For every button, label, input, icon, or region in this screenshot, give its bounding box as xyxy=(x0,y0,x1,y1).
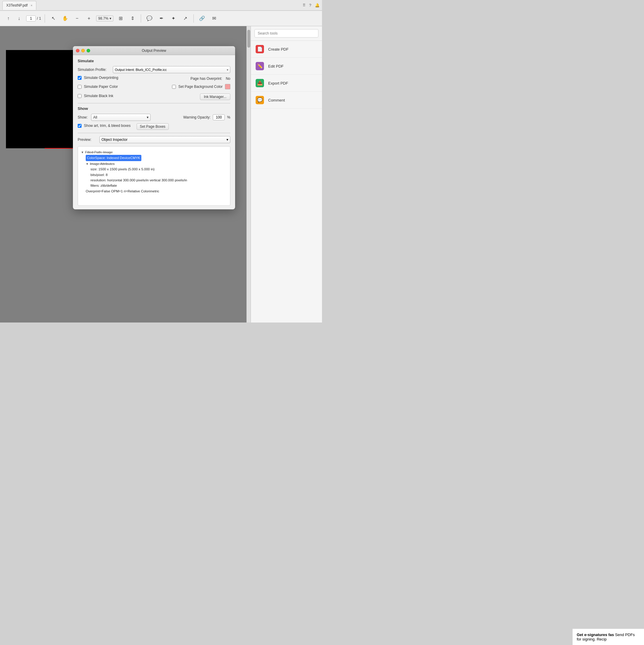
export-pdf-label: Export PDF xyxy=(268,81,288,85)
fit-page-button[interactable]: ⊞ xyxy=(116,14,125,23)
filled-path-triangle: ▼ xyxy=(81,150,84,155)
scrollbar-thumb[interactable] xyxy=(247,30,250,48)
simulate-section-label: Simulate xyxy=(78,59,230,63)
dialog-body: Simulate Simulation Profile: Output Inte… xyxy=(73,55,235,209)
export-pdf-item[interactable]: 📤 Export PDF xyxy=(251,75,322,92)
create-pdf-item[interactable]: 📄 Create PDF xyxy=(251,41,322,58)
comment-tool-icon: 💬 xyxy=(146,15,152,21)
mail-tool-button[interactable]: ✉ xyxy=(209,14,219,23)
zoom-out-button[interactable]: − xyxy=(72,14,82,23)
ink-manager-button[interactable]: Ink Manager... xyxy=(200,93,230,100)
simulate-overprinting-label: Simulate Overprinting xyxy=(84,76,118,80)
simulate-black-ink-checkbox[interactable] xyxy=(78,94,81,98)
edit-pdf-icon: ✏️ xyxy=(256,62,264,70)
size-row: size: 1500 x 1500 pixels (5.000 x 5.000 … xyxy=(90,167,227,172)
bits-row: bits/pixel: 8 xyxy=(90,172,227,178)
pen-tool-button[interactable]: ✒ xyxy=(156,14,166,23)
simulate-overprinting-checkbox[interactable] xyxy=(78,76,81,80)
zoom-in-button[interactable]: + xyxy=(84,14,94,23)
scroll-mode-button[interactable]: ⇕ xyxy=(128,14,137,23)
arrow-tool-icon: ↖ xyxy=(51,15,55,21)
vertical-scrollbar[interactable] xyxy=(246,26,251,322)
maximize-window-button[interactable] xyxy=(87,49,90,52)
comment-tool-button[interactable]: 💬 xyxy=(144,14,154,23)
simulate-black-ink-checkbox-row: Simulate Black Ink xyxy=(78,94,193,98)
show-row: Show: All ▾ Warning Opacity: % xyxy=(78,114,230,121)
search-tools-input[interactable] xyxy=(255,29,318,37)
zoom-value: 98.7% xyxy=(98,16,108,21)
show-select[interactable]: All ▾ xyxy=(91,114,150,121)
eraser-tool-icon: ✦ xyxy=(172,15,175,21)
hand-tool-button[interactable]: ✋ xyxy=(60,14,70,23)
notifications-icon[interactable]: 🔔 xyxy=(315,3,320,7)
window-buttons xyxy=(76,49,90,52)
preview-label: Preview: xyxy=(78,138,97,142)
simulate-paper-color-label: Simulate Paper Color xyxy=(84,84,118,89)
comment-icon: 💬 xyxy=(256,96,264,104)
create-pdf-label: Create PDF xyxy=(268,47,289,51)
warning-opacity-input[interactable] xyxy=(213,115,225,120)
eraser-tool-button[interactable]: ✦ xyxy=(169,14,178,23)
filled-path-row: ▼ Filled Path: Image xyxy=(81,150,227,155)
tab-close-button[interactable]: × xyxy=(31,4,32,7)
set-page-background-label: Set Page Background Color xyxy=(178,84,223,89)
comment-item[interactable]: 💬 Comment xyxy=(251,92,322,109)
nav-group: ↑ ↓ xyxy=(4,14,24,23)
preview-arrow-icon: ▾ xyxy=(227,138,228,142)
right-tools-panel: 📄 Create PDF ✏️ Edit PDF 📤 Export PDF 💬 … xyxy=(251,26,322,322)
background-color-swatch[interactable] xyxy=(225,84,230,89)
simulation-profile-row: Simulation Profile: Output Intent: Blurb… xyxy=(78,66,230,73)
select-arrow-icon: ▾ xyxy=(227,68,228,71)
show-art-trim-checkbox[interactable] xyxy=(78,124,81,128)
simulation-profile-select[interactable]: Output Intent: Blurb_ICC_Profile.icc ▾ xyxy=(113,66,230,73)
overprint-label: Overprint=False OPM=1 ri=Relative Colori… xyxy=(86,189,159,193)
simulate-paper-color-checkbox[interactable] xyxy=(78,85,81,89)
simulate-black-ink-row: Simulate Black Ink Ink Manager... xyxy=(78,93,230,100)
zoom-control[interactable]: 98.7% ▾ xyxy=(96,15,113,21)
set-page-bg-checkbox-row: Set Page Background Color xyxy=(172,84,230,89)
preview-row: Preview: Object Inspector ▾ xyxy=(78,136,230,143)
share-tool-button[interactable]: ↗ xyxy=(180,14,190,23)
pen-tool-icon: ✒ xyxy=(159,15,164,21)
show-value: All xyxy=(93,115,97,120)
colorspace-row: ColorSpace: Indexed DeviceCMYK xyxy=(86,155,227,161)
warning-opacity-label: Warning Opacity: xyxy=(183,115,211,120)
link-tool-button[interactable]: 🔗 xyxy=(197,14,207,23)
show-art-trim-row: Show art, trim, & bleed boxes Set Page B… xyxy=(78,123,230,130)
pdf-tab[interactable]: X3TestNP.pdf × xyxy=(2,1,36,10)
filters-label: filters: zlib/deflate xyxy=(90,184,117,187)
resolution-label: resolution: horizontal 300.000 pixels/in… xyxy=(90,178,187,182)
image-attributes-label: Image Attributes xyxy=(90,161,114,167)
page-has-overprint-label: Page has Overprint: xyxy=(191,76,222,81)
fit-page-icon: ⊞ xyxy=(119,15,122,21)
forward-button[interactable]: ↓ xyxy=(14,14,24,23)
colorspace-label: ColorSpace: Indexed DeviceCMYK xyxy=(86,155,141,161)
help-icon[interactable]: ? xyxy=(309,3,311,7)
preview-select[interactable]: Object Inspector ▾ xyxy=(99,136,230,143)
search-tools-bar xyxy=(251,26,322,41)
minimize-window-button[interactable] xyxy=(81,49,85,52)
arrow-tool-button[interactable]: ↖ xyxy=(48,14,58,23)
hand-tool-icon: ✋ xyxy=(62,15,68,21)
link-tool-icon: 🔗 xyxy=(199,15,205,21)
back-button[interactable]: ↑ xyxy=(4,14,13,23)
back-icon: ↑ xyxy=(7,16,10,21)
simulate-black-ink-label: Simulate Black Ink xyxy=(84,94,113,98)
set-page-boxes-button[interactable]: Set Page Boxes xyxy=(136,123,169,130)
output-preview-dialog[interactable]: Output Preview Simulate Simulation Profi… xyxy=(73,46,235,209)
zoom-dropdown-arrow: ▾ xyxy=(109,16,111,21)
zoom-out-icon: − xyxy=(76,16,78,21)
page-number-input[interactable] xyxy=(26,15,36,21)
image-attributes-triangle: ▼ xyxy=(86,162,89,167)
set-page-background-checkbox[interactable] xyxy=(172,85,176,89)
filled-path-label: Filled Path: Image xyxy=(85,150,113,155)
simulation-profile-label: Simulation Profile: xyxy=(78,67,110,72)
close-window-button[interactable] xyxy=(76,49,79,52)
page-has-overprint-value: No xyxy=(226,76,230,81)
extension-icons: ⠿ ? 🔔 xyxy=(303,3,320,7)
size-label: size: 1500 x 1500 pixels (5.000 x 5.000 … xyxy=(90,167,154,171)
edit-pdf-item[interactable]: ✏️ Edit PDF xyxy=(251,58,322,75)
show-art-trim-checkbox-row: Show art, trim, & bleed boxes xyxy=(78,124,131,128)
show-art-trim-label: Show art, trim, & bleed boxes xyxy=(84,124,131,128)
bits-label: bits/pixel: 8 xyxy=(90,173,108,177)
